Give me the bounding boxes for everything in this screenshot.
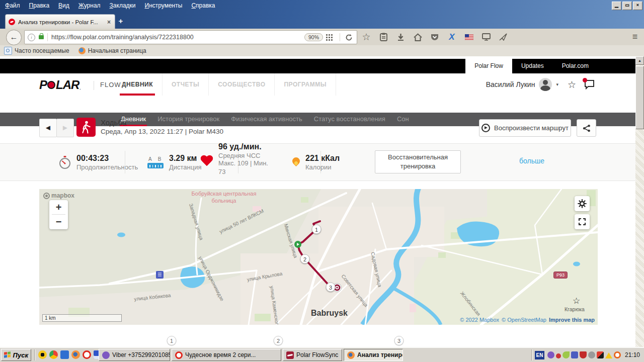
main-nav-item[interactable]: ПРОГРАММЫ — [282, 73, 336, 96]
next-session-button[interactable]: ► — [56, 119, 74, 137]
route-marker-2: 2 — [300, 254, 310, 264]
tray-warning-icon[interactable] — [605, 352, 612, 358]
hospital-map-label: Бобруйская центральная больница — [181, 190, 267, 205]
quicklaunch-chrome-icon[interactable] — [49, 350, 58, 359]
menu-hamburger-icon[interactable]: ≡ — [630, 32, 640, 42]
subnav-item[interactable]: Сон — [396, 113, 410, 126]
notification-dot — [583, 78, 587, 82]
mapbox-logo[interactable]: mapbox — [43, 192, 74, 199]
chevron-down-icon[interactable]: ▾ — [556, 82, 558, 87]
menu-item-0[interactable]: Файл — [1, 1, 24, 10]
flag-extension-icon[interactable] — [464, 32, 474, 42]
play-route-button[interactable]: Воспроизвести маршрут — [479, 119, 571, 137]
zoom-level-badge[interactable]: 90% — [304, 33, 323, 41]
calories-value: 221 кКал — [305, 154, 340, 163]
reload-icon[interactable] — [344, 32, 354, 42]
menu-item-2[interactable]: Вид — [54, 1, 73, 10]
share-button[interactable] — [577, 119, 596, 137]
fullscreen-button[interactable] — [575, 214, 590, 229]
quicklaunch-opera-icon[interactable] — [83, 350, 91, 359]
previous-session-button[interactable]: ◄ — [39, 119, 57, 137]
extension-x-icon[interactable]: X — [447, 32, 457, 42]
attribution-link[interactable]: © OpenStreetMap — [502, 317, 546, 323]
tab-close-icon[interactable]: × — [106, 19, 112, 26]
menu-item-1[interactable]: Правка — [25, 1, 54, 10]
bookmark-home-page[interactable]: Начальная страница — [78, 47, 146, 54]
task-button[interactable]: Polar FlowSync — [283, 349, 342, 361]
pocket-icon[interactable] — [430, 32, 440, 42]
avatar[interactable] — [539, 78, 552, 91]
scroll-up-arrow[interactable]: ▲ — [635, 56, 644, 65]
opera-icon — [175, 351, 183, 359]
map-settings-button[interactable] — [575, 196, 590, 211]
zoom-in-button[interactable]: + — [49, 200, 68, 214]
page-scrollbar[interactable]: ▲ — [635, 56, 644, 347]
menu-item-6[interactable]: Справка — [187, 1, 219, 10]
tray-shield-icon[interactable] — [580, 351, 587, 358]
menu-item-4[interactable]: Закладки — [106, 1, 140, 10]
quicklaunch-app-icon[interactable] — [60, 350, 69, 359]
poi-star-icon: ☆ — [573, 296, 580, 306]
back-button[interactable]: ← — [6, 30, 22, 45]
route-map[interactable]: Бобруйская центральная больница Babruysk… — [39, 189, 598, 325]
language-indicator[interactable]: EN — [535, 351, 544, 359]
tray-red-icon[interactable] — [556, 353, 561, 358]
tray-viber-icon[interactable] — [547, 351, 554, 358]
url-text[interactable]: https://flow.polar.com/training/analysis… — [51, 34, 304, 41]
tray-puzzle-icon[interactable] — [571, 351, 578, 358]
subnav-item[interactable]: История тренировок — [156, 113, 220, 126]
scrollbar-thumb[interactable] — [635, 66, 644, 129]
close-button[interactable]: × — [633, 2, 642, 10]
send-tab-icon[interactable] — [498, 32, 508, 42]
main-nav-item[interactable]: СООБЩЕСТВО — [216, 73, 275, 96]
tray-leaf-icon[interactable] — [562, 351, 570, 358]
screen-capture-icon[interactable] — [481, 32, 491, 42]
site-top-tab[interactable]: Polar Flow — [465, 59, 512, 73]
user-block[interactable]: Василий Лукин ▾ ☆ — [486, 73, 595, 96]
map-attribution[interactable]: © 2022 Mapbox© OpenStreetMapImprove this… — [457, 317, 595, 323]
task-button[interactable]: Viber +375299201085 — [99, 349, 170, 361]
favorites-star-icon[interactable]: ☆ — [568, 79, 576, 90]
screenshot-grid-icon[interactable] — [326, 34, 333, 41]
subnav-item[interactable]: Статус восстановления — [313, 113, 386, 126]
bookmark-most-visited[interactable]: Часто посещаемые — [4, 47, 69, 55]
tray-agent-icon[interactable] — [588, 351, 595, 358]
flowsync-icon — [286, 351, 294, 359]
more-link[interactable]: больше — [519, 157, 544, 165]
task-button[interactable]: Анализ тренировки - ... — [344, 349, 403, 361]
menu-item-5[interactable]: Инструменты — [141, 1, 187, 10]
tray-opera-icon[interactable] — [614, 351, 621, 358]
quicklaunch-firefox-icon[interactable] — [71, 350, 80, 359]
restore-button[interactable]: ▭ — [622, 2, 632, 10]
polar-logo[interactable]: PLAR. — [39, 78, 80, 92]
new-tab-button[interactable]: + — [115, 16, 127, 27]
zoom-out-button[interactable]: − — [49, 215, 68, 229]
task-button[interactable]: Чудесное время 2 сери... — [172, 349, 281, 361]
menu-item-3[interactable]: Журнал — [74, 1, 105, 10]
start-button[interactable]: Пуск — [1, 349, 31, 361]
tray-app-icon[interactable] — [597, 351, 604, 358]
downloads-icon[interactable] — [395, 32, 406, 42]
tab-title: Анализ тренировки - Polar F... — [18, 19, 103, 25]
minimize-button[interactable]: ▁ — [612, 2, 621, 10]
viber-icon — [102, 351, 110, 359]
url-bar[interactable]: i https://flow.polar.com/training/analys… — [24, 30, 357, 44]
bookmarks-list-icon[interactable] — [378, 32, 388, 42]
main-nav-item[interactable]: ОТЧЕТЫ — [170, 73, 209, 96]
firefox-icon — [78, 47, 86, 54]
subnav-item[interactable]: Физическая активность — [230, 113, 303, 126]
activity-title: Ходьба — [101, 118, 126, 127]
home-icon[interactable] — [413, 32, 423, 42]
attribution-link[interactable]: © 2022 Mapbox — [460, 317, 499, 323]
site-top-tab[interactable]: Updates — [512, 59, 553, 73]
browser-tab[interactable]: Анализ тренировки - Polar F... × — [5, 14, 115, 29]
page-info-icon[interactable]: i — [28, 34, 35, 41]
bookmark-star-icon[interactable]: ☆ — [361, 32, 371, 42]
map-scale: 1 km — [42, 314, 122, 322]
main-nav-item[interactable]: ДНЕВНИК — [120, 73, 163, 96]
feedback-chat-icon[interactable] — [584, 79, 595, 89]
quicklaunch-antivirus-icon[interactable] — [38, 350, 47, 359]
site-top-tab[interactable]: Polar.com — [553, 59, 598, 73]
task-button-label: Анализ тренировки - ... — [357, 351, 403, 358]
attribution-link[interactable]: Improve this map — [549, 317, 595, 323]
